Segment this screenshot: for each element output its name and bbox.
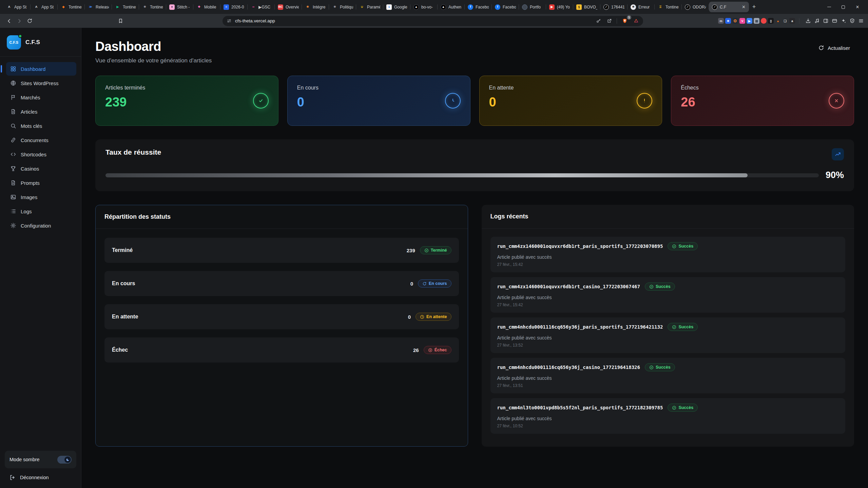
browser-tab[interactable]: ♖ Tontine [655,2,682,12]
list-icon [10,208,16,214]
browser-tab[interactable]: ♦ Stitch - [166,2,193,12]
progress-bar-fill [105,173,748,177]
extension-icon[interactable] [711,18,717,24]
stat-value: 26 [681,95,844,110]
brave-rewards-button[interactable] [632,17,640,25]
vpn-button[interactable] [849,18,855,24]
trending-up-icon[interactable] [832,148,844,160]
browser-tab[interactable]: ∕ C.F ✕ [709,2,749,12]
browser-tab[interactable]: A App St [31,2,58,12]
refresh-button[interactable]: Actualiser [814,41,854,54]
tab-favicon: ✳ [305,4,310,10]
logout-button[interactable]: Déconnexion [5,474,76,481]
success-rate-value: 90% [826,170,844,180]
extension-icon[interactable]: ✳ [725,18,731,24]
sidebar-item-concurrents[interactable]: Concurrents [6,133,76,147]
stat-label: En cours [297,85,461,91]
browser-tab[interactable]: ∕ ODORA [682,2,709,12]
sidebar-item-images[interactable]: Images [6,190,76,204]
clock-icon [420,315,424,319]
browser-tab[interactable]: ∞ ▶GSC [248,2,275,12]
sidebar-toggle-button[interactable] [823,18,829,24]
extension-icon[interactable] [732,18,738,24]
new-tab-button[interactable]: + [749,2,759,12]
address-bar[interactable]: cfs-theta.vercel.app 1 [223,16,643,26]
browser-tab[interactable]: ∪ Paramè [356,2,383,12]
sidebar-item-casinos[interactable]: Casinos [6,162,76,175]
brave-rewards-triangle-icon [634,18,639,23]
browser-tab[interactable]: f Facebo [492,2,519,12]
status-count: 0 [408,314,411,320]
browser-tab[interactable]: A App St [3,2,31,12]
divider [617,18,617,24]
passwords-button[interactable] [594,17,603,25]
log-entry: run_cmm4nhcdu0001116cq656y36j_casino_177… [490,358,846,393]
browser-tab[interactable]: ≡ 2026-0 [220,2,248,12]
bookmark-button[interactable] [115,16,126,26]
browser-tab[interactable]: ❖ Mobile [193,2,220,12]
downloads-button[interactable] [805,18,811,24]
sidebar-item-mots-cles[interactable]: Mots clés [6,119,76,133]
wallet-button[interactable] [832,18,837,24]
media-button[interactable] [814,18,820,24]
browser-tab[interactable]: ≫ Release [85,2,112,12]
sidebar-item-configuration[interactable]: Configuration [6,219,76,232]
log-entry: run_cmm4zx1460001oquvxr6db1rt_casino_177… [490,277,846,313]
browser-tab[interactable]: ✳ Politiqu [329,2,356,12]
extension-icon[interactable]: V [739,18,745,24]
reload-button[interactable] [24,16,35,26]
extension-icon[interactable]: a [789,18,795,24]
browser-tab[interactable]: ▲ bo-vo- [410,2,438,12]
browser-tab[interactable]: ✳ Tontine [139,2,166,12]
extension-icon[interactable]: ▯ [768,18,774,24]
tab-close-icon[interactable]: ✕ [741,4,746,9]
brave-shield-icon [622,18,628,24]
sidebar-item-sites-wordpress[interactable]: Sites WordPress [6,76,76,90]
window-maximize-button[interactable] [836,2,850,12]
browser-tab[interactable]: ✳ Intégre [302,2,329,12]
extension-icon[interactable]: ▲ [775,18,781,24]
browser-tab[interactable]: 1 Google [383,2,410,12]
sidebar-item-logs[interactable]: Logs [6,204,76,218]
sidebar-item-dashboard[interactable]: Dashboard [6,62,76,76]
share-icon [607,18,612,23]
window-minimize-button[interactable] [822,2,836,12]
browser-tab[interactable]: ▲ Authen [438,2,465,12]
tab-title: ▶GSC [258,5,272,9]
extension-icon[interactable]: ▤ [754,18,759,24]
browser-tab[interactable]: BC Overvie [275,2,302,12]
tab-favicon: ∕ [712,4,717,10]
progress-bar-track [105,173,819,177]
sidebar-item-marches[interactable]: Marchés [6,91,76,104]
extension-icon[interactable] [761,18,767,24]
tab-favicon: ∕ [603,4,609,10]
sidebar-item-articles[interactable]: Articles [6,105,76,118]
app-logo: C.F.S [7,35,21,50]
sidebar-item-prompts[interactable]: Prompts [6,176,76,190]
extension-icon[interactable]: ▶ [747,18,752,24]
browser-tab[interactable]: ▶ (49) Yo [546,2,573,12]
sidebar-item-shortcodes[interactable]: Shortcodes [6,148,76,161]
browser-tab[interactable]: f Facebo [465,2,492,12]
chevron-right-icon [16,18,22,24]
browser-tab[interactable]: § BOVO_ [573,2,600,12]
back-button[interactable] [4,16,14,26]
extension-icon[interactable]: m [718,18,724,24]
leo-ai-button[interactable] [841,18,846,24]
forward-button[interactable] [14,16,24,26]
window-close-button[interactable]: × [850,2,865,12]
log-timestamp: 27 févr., 13:52 [497,343,839,348]
menu-button[interactable] [858,18,864,24]
image-icon [10,194,16,200]
browser-tab[interactable]: ✳ Erreur [628,2,655,12]
extension-icon[interactable]: ❑ [782,18,788,24]
log-entry: run_cmm4nhcdu0001116cq656y36j_paris_spor… [490,317,846,353]
brave-shields-button[interactable]: 1 [620,17,630,25]
browser-tab[interactable]: Portfo [519,2,546,12]
dark-mode-toggle[interactable] [57,456,72,464]
browser-tab[interactable]: ∕ 176441 [600,2,628,12]
browser-tab[interactable]: ◆ Tontine [58,2,85,12]
share-button[interactable] [605,17,614,25]
dark-mode-row: Mode sombre [5,451,76,468]
browser-tab[interactable]: ▶ Tontine [112,2,139,12]
